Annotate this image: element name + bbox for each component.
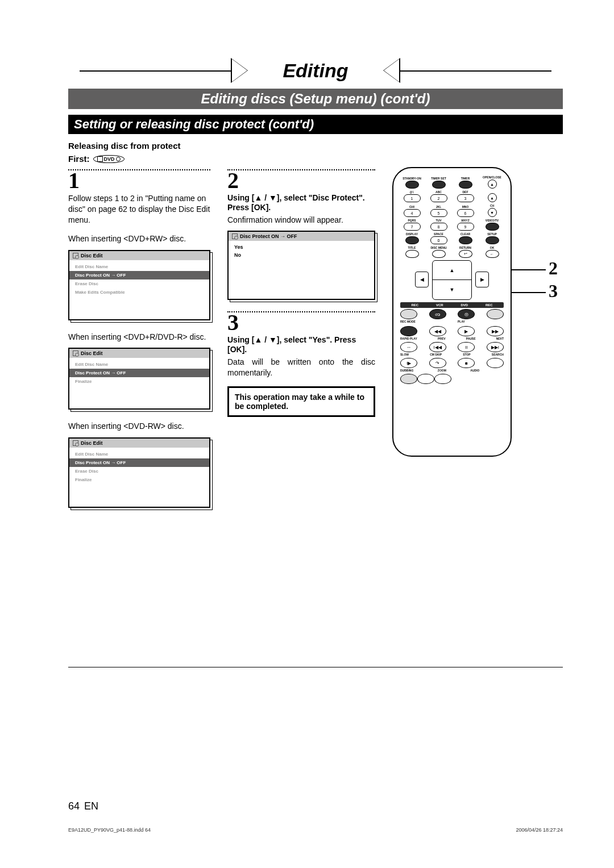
setup-button[interactable] (486, 236, 499, 244)
indd-right: 2006/04/26 18:27:24 (516, 827, 563, 833)
dvd-badge-icon: DVD (93, 155, 125, 163)
confirm-yes: Yes (234, 243, 368, 251)
callout-3: 3 (549, 281, 558, 302)
first-label: First: (68, 154, 90, 164)
page-number: 64EN (68, 800, 98, 812)
ch-down-button[interactable]: ▼ (488, 208, 497, 217)
menu-header: Disc Edit (69, 251, 209, 260)
num-0-button[interactable]: 0 (430, 236, 447, 244)
footer-rule (68, 667, 563, 667)
page: Editing Editing discs (Setup menu) (cont… (0, 0, 614, 868)
ok-button[interactable]: ← (486, 250, 499, 258)
rewind-button[interactable]: ◀◀ (429, 326, 446, 336)
dpad-right-button[interactable]: ▶ (475, 272, 489, 287)
menu-item-active: Disc Protect ON → OFF (69, 458, 209, 467)
menu-item: Edit Disc Name (69, 262, 209, 271)
dpad-left-button[interactable]: ◀ (415, 272, 429, 287)
ch-up-button[interactable]: ▲ (488, 193, 497, 202)
menu-item-active: Disc Protect ON → OFF (69, 369, 209, 377)
num-7-button[interactable]: 7 (404, 223, 421, 231)
menu-item: Erase Disc (69, 467, 209, 475)
num-2-button[interactable]: 2 (430, 194, 447, 202)
dvd-select-button[interactable]: ◎ (458, 309, 475, 319)
disc-edit-panel-minusrw: Disc Edit Edit Disc Name Disc Protect ON… (68, 437, 210, 508)
open-close-button[interactable]: ▲ (488, 180, 497, 189)
video-tv-button[interactable] (486, 223, 499, 231)
disc-edit-icon (73, 350, 78, 356)
step-3-number: 3 (227, 311, 375, 334)
timer-button[interactable] (459, 181, 472, 189)
caption-dvd-minusrw: When inserting <DVD-RW> disc. (68, 421, 210, 432)
disc-edit-panel-rw: Disc Edit Edit Disc Name Disc Protect ON… (68, 250, 210, 320)
banner-line-right (400, 70, 551, 72)
cm-skip-button[interactable]: ↷ (429, 358, 446, 368)
rapid-play-button[interactable]: ↔ (400, 342, 417, 352)
section-heading: Setting or releasing disc protect (cont'… (68, 115, 563, 134)
slow-button[interactable]: I▶ (400, 358, 417, 368)
num-9-button[interactable]: 9 (457, 223, 474, 231)
vcr-dvd-band: REC VCR DVD REC (400, 302, 504, 308)
zoom-button[interactable] (417, 374, 434, 384)
caption-dvd-plusr: When inserting <DVD+R/DVD-R> disc. (68, 332, 210, 343)
prev-button[interactable]: I◀◀ (429, 342, 446, 352)
dpad-up-button[interactable]: ▲ (433, 261, 471, 280)
vcr-select-button[interactable]: σɔ (429, 309, 446, 319)
return-button[interactable]: ↩ (459, 250, 472, 258)
disc-edit-panel-plusr: Disc Edit Edit Disc Name Disc Protect ON… (68, 348, 210, 410)
menu-item: Finalize (69, 377, 209, 386)
title-button[interactable] (405, 250, 419, 258)
remote-control: STANDBY-ON TIMER SET TIMER OPEN/CLOSE▲ @… (392, 167, 512, 457)
first-row: First: DVD (68, 154, 563, 164)
column-right: STANDBY-ON TIMER SET TIMER OPEN/CLOSE▲ @… (392, 167, 563, 519)
stop-button[interactable]: ■ (458, 358, 475, 368)
menu-item: Make Edits Compatible (69, 288, 209, 297)
column-middle: 2 Using [▲ / ▼], select "Disc Protect". … (227, 167, 375, 519)
banner: Editing (80, 57, 551, 84)
dubbing-button[interactable] (400, 374, 417, 384)
timer-set-button[interactable] (432, 181, 446, 189)
menu-item: Erase Disc (69, 279, 209, 288)
display-button[interactable] (405, 236, 419, 244)
caption-dvd-rw: When inserting <DVD+RW> disc. (68, 233, 210, 244)
menu-item: Finalize (69, 475, 209, 484)
play-button[interactable]: ▶ (458, 326, 475, 336)
disc-edit-icon (73, 253, 78, 258)
step-2-number: 2 (227, 169, 375, 192)
search-button[interactable] (487, 358, 504, 368)
standby-button[interactable] (405, 181, 419, 189)
dpad-down-button[interactable]: ▼ (433, 280, 471, 299)
next-button[interactable]: ▶▶I (487, 342, 504, 352)
releasing-heading: Releasing disc from protect (68, 141, 563, 151)
confirm-panel: Disc Protect ON → OFF Yes No (227, 231, 375, 300)
disc-edit-icon (232, 233, 238, 239)
callout-line-3 (512, 292, 546, 293)
dpad: ◀ ▲ ▼ ▶ (415, 260, 489, 300)
rec-dvd-button[interactable] (487, 309, 504, 319)
num-8-button[interactable]: 8 (430, 223, 447, 231)
step-1-number: 1 (68, 169, 210, 192)
callout-line-2 (512, 269, 546, 270)
menu-item-active: Disc Protect ON → OFF (69, 271, 209, 279)
step-1-body: Follow steps 1 to 2 in "Putting name on … (68, 193, 210, 226)
subtitle-band: Editing discs (Setup menu) (cont'd) (68, 89, 563, 109)
num-3-button[interactable]: 3 (457, 194, 474, 202)
num-5-button[interactable]: 5 (430, 209, 447, 217)
disc-icon (116, 157, 121, 161)
clear-button[interactable] (459, 236, 472, 244)
menu-item: Edit Disc Name (69, 360, 209, 369)
warning-note: This operation may take a while to be co… (227, 386, 375, 417)
pause-button[interactable]: II (458, 342, 475, 352)
rec-mode-button[interactable] (400, 326, 417, 336)
tv-icon (97, 156, 103, 162)
num-1-button[interactable]: 1 (404, 194, 421, 202)
audio-button[interactable] (434, 374, 451, 384)
num-6-button[interactable]: 6 (457, 209, 474, 217)
num-4-button[interactable]: 4 (404, 209, 421, 217)
rec-vcr-button[interactable] (400, 309, 417, 319)
confirm-no: No (234, 251, 368, 259)
disc-menu-button[interactable] (432, 250, 446, 258)
callout-2: 2 (549, 258, 558, 279)
column-left: 1 Follow steps 1 to 2 in "Putting name o… (68, 167, 210, 519)
ffwd-button[interactable]: ▶▶ (487, 326, 504, 336)
menu-item: Edit Disc Name (69, 450, 209, 458)
